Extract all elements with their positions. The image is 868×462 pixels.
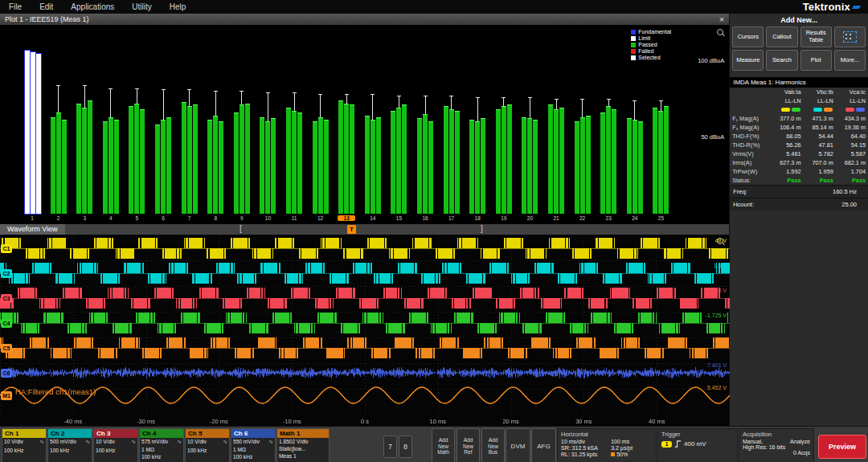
channel-strip-header: Ch 6 — [231, 429, 275, 438]
harmonic-number[interactable]: 12 — [312, 215, 330, 221]
harmonic-number[interactable]: 23 — [600, 215, 617, 221]
channel-badge-c6[interactable]: C6 — [1, 369, 12, 378]
channel-badge-c4[interactable]: C4 — [1, 319, 12, 328]
harmonic-number[interactable]: 19 — [495, 215, 513, 221]
limit-marker-cap — [659, 100, 663, 101]
channel-strip-math1[interactable]: Math 11.8502 V/divStatic[low...Meas 1 — [276, 428, 330, 462]
close-icon[interactable]: × — [719, 15, 724, 23]
horizontal-position: 50% — [611, 452, 653, 457]
add-new-search-button[interactable]: Search — [766, 50, 797, 71]
harmonic-number[interactable]: 25 — [652, 215, 669, 221]
harmonic-bar — [292, 111, 297, 214]
bottom-bar: Ch 110 V/div∿100 kHzCh 2500 mV/div∿100 k… — [0, 426, 868, 462]
harmonic-number[interactable]: 24 — [626, 215, 644, 221]
horizontal-panel[interactable]: Horizontal 10 ms/div 100 ms SR: 312.5 kS… — [557, 428, 657, 462]
channel-badge-c1[interactable]: C1 — [1, 244, 12, 253]
draw-a-box-button[interactable] — [834, 27, 866, 47]
add-new-ref-button[interactable]: Add New Ref — [457, 428, 480, 462]
tab-waveform-view[interactable]: Waveform View — [0, 224, 65, 235]
harmonic-number[interactable]: 21 — [547, 215, 565, 221]
harmonic-number[interactable]: 6 — [154, 215, 172, 221]
add-new-math-button[interactable]: Add New Math — [432, 428, 455, 462]
harmonic-number[interactable]: 5 — [128, 215, 145, 221]
channel-strip-ch5[interactable]: Ch 510 V/div∿100 kHz — [185, 428, 230, 462]
harmonic-number[interactable]: 10 — [259, 215, 276, 221]
channel-badge-c3[interactable]: C3 — [1, 294, 12, 303]
harmonic-number[interactable]: 15 — [390, 215, 407, 221]
harmonic-number[interactable]: 1 — [23, 215, 41, 221]
trigger-panel[interactable]: Trigger 1 400 mV — [657, 428, 738, 462]
harmonics-plot[interactable]: FundamentalLimitPassedFailedSelected 100… — [0, 25, 729, 224]
channel-mid-row: 1 MΩ — [231, 446, 275, 453]
waveform-canvas[interactable] — [0, 235, 730, 426]
acquisition-panel[interactable]: Acquisition Manual, Analyze High Res: 16… — [739, 428, 814, 462]
channel-strip-ch1[interactable]: Ch 110 V/div∿100 kHz — [2, 428, 47, 462]
channel-strip-ch4[interactable]: Ch 4575 mV/div∿1 MΩ100 kHz — [139, 428, 184, 462]
plot1-title: Plot 1 - IEEE519 (Meas 1) — [5, 15, 89, 23]
add-new-results-table-button[interactable]: Results Table — [800, 27, 832, 47]
add-new-callout-button[interactable]: Callout — [766, 27, 797, 47]
add-new-cursors-button[interactable]: Cursors — [732, 27, 764, 47]
limit-marker-cap — [397, 96, 401, 96]
harmonic-number[interactable]: 7 — [181, 215, 199, 221]
harmonic-number[interactable]: 9 — [233, 215, 251, 221]
channel-strip-header: Ch 4 — [140, 429, 183, 438]
harmonic-number[interactable]: 13 — [338, 215, 355, 221]
sine-coupling-icon: ∿ — [131, 439, 136, 446]
harmonic-number[interactable]: 18 — [469, 215, 486, 221]
zoom-right-bracket[interactable]: ] — [481, 224, 483, 234]
plot1-titlebar[interactable]: Plot 1 - IEEE519 (Meas 1) × — [0, 14, 729, 25]
channel-strip-ch6[interactable]: Ch 6550 mV/div∿1 MΩ100 kHz — [231, 428, 276, 462]
add-new-more--button[interactable]: More... — [834, 50, 866, 71]
results-value: 1.592 — [771, 167, 803, 176]
preview-button[interactable]: Preview — [818, 435, 866, 459]
channel-badge-m1[interactable]: M1 — [1, 391, 12, 400]
add-new-bus-button[interactable]: Add New Bus — [481, 428, 505, 462]
channel-badge-c2[interactable]: C2 — [1, 269, 12, 278]
harmonic-bar — [606, 106, 611, 214]
menu-item-utility[interactable]: Utility — [123, 2, 160, 11]
harmonic-number[interactable]: 17 — [443, 215, 461, 221]
add-new-plot-button[interactable]: Plot — [800, 50, 832, 71]
channel-pill-icon — [781, 108, 790, 112]
channel-strip-header: Ch 1 — [2, 429, 46, 438]
channel-strip-ch3[interactable]: Ch 310 V/div∿100 kHz — [93, 428, 138, 462]
menu-item-help[interactable]: Help — [161, 2, 195, 11]
results-table-title[interactable]: IMDA Meas 1: Harmonics — [730, 77, 868, 88]
harmonic-bar — [527, 118, 532, 214]
harmonic-number[interactable]: 2 — [50, 215, 68, 221]
harmonic-number[interactable]: 22 — [574, 215, 592, 221]
channel-7-button[interactable]: 7 — [383, 435, 397, 458]
menu-item-file[interactable]: File — [0, 2, 31, 11]
harmonic-number[interactable]: 4 — [102, 215, 120, 221]
harmonic-number[interactable]: 20 — [521, 215, 538, 221]
results-value: 56.26 — [771, 141, 803, 149]
harmonic-bar — [166, 117, 171, 214]
harmonic-number[interactable]: 8 — [207, 215, 224, 221]
harmonic-number[interactable]: 14 — [364, 215, 382, 221]
menu-item-edit[interactable]: Edit — [31, 2, 62, 11]
channel-strip-ch2[interactable]: Ch 2500 mV/div∿100 kHz — [47, 428, 92, 462]
harmonic-bar — [344, 104, 349, 214]
zoom-left-bracket[interactable]: [ — [240, 224, 242, 234]
add-new-measure-button[interactable]: Measure — [732, 50, 764, 71]
channel-8-button[interactable]: 8 — [399, 435, 412, 458]
logo-swoosh-icon — [852, 6, 861, 9]
harmonic-number[interactable]: 11 — [285, 215, 303, 221]
results-row-label: TrPwr(W) — [730, 167, 771, 176]
menu-item-applications[interactable]: Applications — [62, 2, 123, 11]
waveform-grid[interactable]: HA:Filtered ch1(meas1) C148 VC21.5 VC3-3… — [0, 235, 729, 426]
harmonic-bar — [313, 121, 317, 214]
magnifier-icon[interactable] — [717, 29, 723, 35]
harmonic-number[interactable]: 3 — [76, 215, 93, 221]
dvm-button[interactable]: DVM — [506, 428, 530, 462]
harmonic-number[interactable]: 16 — [416, 215, 434, 221]
results-row-label: Vrms(V) — [730, 149, 771, 158]
harmonic-bar — [318, 117, 323, 214]
afg-button[interactable]: AFG — [531, 428, 556, 462]
acquisition-analyze[interactable]: Analyze — [790, 439, 810, 444]
channel-badge-c5[interactable]: C5 — [1, 344, 12, 353]
harmonic-bar — [371, 120, 375, 214]
results-col-header: Vab:Ia — [771, 88, 803, 96]
trigger-position-marker[interactable]: T — [347, 225, 356, 234]
